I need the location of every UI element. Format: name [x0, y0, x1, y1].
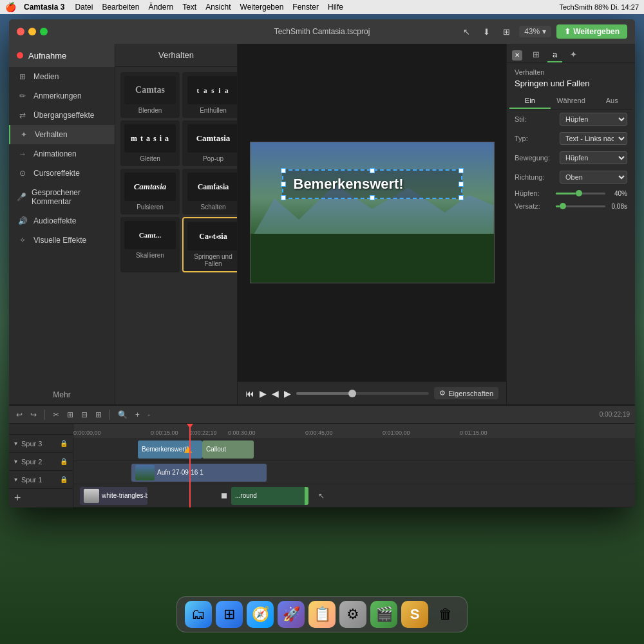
slider-huepfen-thumb[interactable]	[576, 190, 582, 196]
zoom-minus-tl[interactable]: -	[146, 409, 152, 421]
minimize-button[interactable]	[28, 28, 36, 35]
clip-callout[interactable]: Callout	[202, 440, 254, 459]
sidebar-item-medien[interactable]: ⊞ Medien	[9, 67, 115, 86]
scrubber-handle[interactable]	[348, 390, 356, 397]
zoom-control[interactable]: 43% ▾	[519, 26, 551, 37]
handle-tm[interactable]	[370, 168, 375, 173]
tab-effects-icon[interactable]: ✦	[565, 48, 582, 62]
slider-huepfen[interactable]	[556, 193, 605, 194]
sidebar-more[interactable]: Mehr	[9, 385, 115, 404]
clip-aufnahme[interactable]: Aufn 27-09-16 1	[131, 464, 267, 482]
slider-versatz[interactable]	[556, 205, 605, 207]
dock-stickies[interactable]: 📋	[308, 601, 336, 628]
menu-hilfe[interactable]: Hilfe	[328, 3, 343, 12]
dock-finder[interactable]: 🗂	[185, 601, 212, 628]
anim-tab-ein[interactable]: Ein	[509, 93, 551, 109]
prop-select-bewegung[interactable]: Hüpfen	[560, 151, 627, 164]
copy-btn[interactable]: ⊞	[65, 409, 75, 421]
dock-launchpad[interactable]: 🚀	[278, 601, 305, 628]
maximize-button[interactable]	[40, 28, 48, 35]
play-button[interactable]: ▶	[260, 388, 267, 399]
clip-round[interactable]: ...round	[231, 487, 308, 505]
prop-select-stil[interactable]: Hüpfen	[560, 113, 627, 126]
spur2-lock[interactable]: 🔒	[60, 458, 68, 465]
dock-windows[interactable]: ⊞	[216, 601, 243, 628]
spur1-lock[interactable]: 🔒	[60, 476, 68, 483]
handle-mr[interactable]	[459, 182, 464, 187]
close-panel-btn[interactable]: ✕	[512, 50, 522, 61]
behavior-pulsieren[interactable]: Camtasia Pulsieren	[120, 169, 180, 214]
select-tool[interactable]: ⬇	[479, 26, 494, 38]
spur3-lock[interactable]: 🔒	[60, 440, 68, 447]
handle-tl[interactable]	[281, 168, 286, 173]
app-name[interactable]: Camtasia 3	[24, 3, 64, 12]
handle-bm[interactable]	[370, 195, 375, 200]
dock-safari[interactable]: 🧭	[247, 601, 274, 628]
behavior-blenden[interactable]: Camtas Blenden	[120, 72, 180, 118]
behavior-schalten[interactable]: Camfasia Schalten	[182, 169, 237, 214]
arrow-tool[interactable]: ↖	[459, 26, 474, 38]
behavior-enthuellen[interactable]: t a s i a Enthüllen	[182, 72, 237, 118]
prop-select-typ[interactable]: Text - Links nach rechts	[560, 132, 627, 145]
menu-datei[interactable]: Datei	[75, 3, 93, 12]
handle-br[interactable]	[459, 195, 464, 200]
right-panel-tabs: ✕ ⊞ a ✦	[507, 44, 635, 63]
dock-camtasia[interactable]: 🎬	[370, 601, 397, 628]
text-overlay[interactable]: Bemerkenswert!	[282, 169, 462, 199]
menu-aendern[interactable]: Ändern	[148, 3, 173, 12]
weitergeben-button[interactable]: ⬆ Weitergeben	[556, 24, 627, 39]
handle-tr[interactable]	[459, 168, 464, 173]
handle-bl[interactable]	[281, 195, 286, 200]
dock-snag[interactable]: S	[401, 601, 428, 628]
spur2-expand[interactable]: ▾	[14, 458, 17, 465]
spur1-expand[interactable]: ▾	[14, 476, 17, 483]
close-button[interactable]	[17, 28, 24, 35]
undo-btn[interactable]: ↩	[14, 409, 24, 421]
sidebar-item-kommentar[interactable]: 🎤 Gesprochener Kommentar	[9, 183, 115, 211]
behavior-springen[interactable]: Camtasia Springen und Fallen	[182, 217, 237, 272]
menu-bearbeiten[interactable]: Bearbeiten	[102, 3, 139, 12]
apple-menu[interactable]: 🍎	[5, 2, 16, 12]
dock-prefs[interactable]: ⚙	[339, 601, 366, 628]
scrubber[interactable]	[296, 392, 429, 395]
sidebar-item-uebergange[interactable]: ⇄ Übergangseffekte	[9, 106, 115, 125]
sidebar-item-audio[interactable]: 🔊 Audioeffekte	[9, 211, 115, 231]
anim-tab-waehrend[interactable]: Während	[551, 93, 592, 109]
clip-bemerkenswert[interactable]: Bemerkenswert!	[138, 440, 202, 459]
behavior-enthuellen-preview: t a s i a	[187, 76, 237, 104]
sidebar-item-cursor[interactable]: ⊙ Cursoreffekte	[9, 164, 115, 183]
next-frame-btn[interactable]: ▶	[284, 388, 291, 399]
sidebar-item-visuelle[interactable]: ✧ Visuelle Effekte	[9, 231, 115, 250]
crop-tool[interactable]: ⊞	[499, 26, 514, 38]
menu-fenster[interactable]: Fenster	[292, 3, 319, 12]
clip-triangles[interactable]: white-triangles-backg...	[80, 487, 147, 505]
menu-ansicht[interactable]: Ansicht	[205, 3, 231, 12]
paste-btn[interactable]: ⊟	[79, 409, 90, 421]
clip-bemerkenswert-label: Bemerkenswert!	[142, 446, 188, 453]
behavior-skallieren[interactable]: Camt... Skallieren	[120, 217, 180, 272]
anim-tab-aus[interactable]: Aus	[591, 93, 632, 109]
sidebar-item-animationen[interactable]: → Animationen	[9, 144, 115, 164]
properties-button[interactable]: ⚙ Eigenschaften	[434, 387, 498, 399]
tab-media-icon[interactable]: ⊞	[527, 48, 545, 62]
step-back-btn[interactable]: ⏮	[245, 388, 254, 399]
slider-versatz-thumb[interactable]	[560, 203, 566, 209]
handle-ml[interactable]	[281, 182, 286, 187]
zoom-plus-tl[interactable]: +	[133, 409, 142, 421]
menu-weitergeben[interactable]: Weitergeben	[240, 3, 284, 12]
behavior-popup[interactable]: Camtasia Pop-up	[182, 120, 237, 166]
dock-trash[interactable]: 🗑	[432, 601, 459, 628]
sidebar-item-anmerkungen[interactable]: ✏ Anmerkungen	[9, 86, 115, 106]
prop-select-richtung[interactable]: Oben	[560, 171, 627, 184]
add-track-btn[interactable]: +	[14, 491, 21, 505]
menu-text[interactable]: Text	[182, 3, 196, 12]
tab-text-icon[interactable]: a	[547, 48, 562, 62]
behavior-gleiten[interactable]: m t a s i a Gleiten	[120, 120, 180, 166]
cut-btn[interactable]: ✂	[51, 409, 61, 421]
group-btn[interactable]: ⊞	[93, 409, 104, 421]
zoom-in-tl[interactable]: 🔍	[116, 409, 129, 421]
sidebar-item-verhalten[interactable]: ✦ Verhalten	[9, 125, 115, 144]
redo-btn[interactable]: ↪	[28, 409, 39, 421]
spur3-expand[interactable]: ▾	[14, 440, 17, 447]
prev-frame-btn[interactable]: ◀	[272, 388, 279, 399]
